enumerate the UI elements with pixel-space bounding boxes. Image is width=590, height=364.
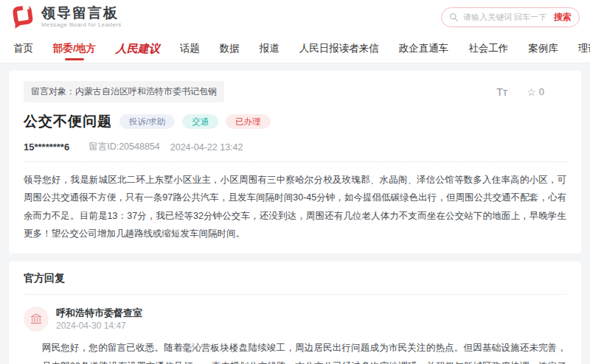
tag-complaint[interactable]: 投诉/求助 bbox=[119, 114, 175, 130]
nav-item-reader-letters[interactable]: 人民日报读者来信 bbox=[299, 35, 379, 63]
message-title: 公交不便问题 bbox=[24, 112, 112, 131]
nav-item-case-library[interactable]: 案例库 bbox=[528, 35, 558, 63]
nav-item-social-work[interactable]: 社会工作 bbox=[468, 35, 508, 63]
nav-item-reports[interactable]: 报道 bbox=[260, 35, 280, 63]
search-button[interactable]: 搜索 bbox=[549, 11, 572, 24]
tag-traffic[interactable]: 交通 bbox=[182, 114, 218, 130]
logo-icon bbox=[10, 4, 35, 29]
nav-item-ministries-local[interactable]: 部委/地方 bbox=[53, 35, 96, 63]
nav-item-gov-biz-express[interactable]: 政企直通车 bbox=[399, 35, 449, 63]
search-box[interactable]: 搜索 bbox=[441, 7, 580, 27]
page-content: 留言对象：内蒙古自治区呼和浩特市委书记包钢 Tт ☆ 0 公交不便问题 投诉/求… bbox=[0, 63, 590, 364]
message-card: 留言对象：内蒙古自治区呼和浩特市委书记包钢 Tт ☆ 0 公交不便问题 投诉/求… bbox=[9, 71, 581, 253]
message-id: 留言ID:20548854 bbox=[88, 141, 160, 153]
divider bbox=[24, 161, 566, 162]
message-date: 2024-04-22 13:42 bbox=[170, 142, 243, 153]
site-title: 领导留言板 bbox=[41, 6, 122, 21]
main-nav: 首页 部委/地方 人民建议 话题 数据 报道 人民日报读者来信 政企直通车 社会… bbox=[0, 34, 590, 63]
site-logo[interactable]: 领导留言板 Message Board for Leaders bbox=[10, 4, 122, 29]
logo-text: 领导留言板 Message Board for Leaders bbox=[41, 6, 122, 28]
divider bbox=[24, 294, 566, 295]
favorite-button[interactable]: ☆ 0 bbox=[527, 86, 544, 98]
message-user: 15********6 bbox=[24, 141, 69, 153]
search-input[interactable] bbox=[463, 13, 549, 21]
header: 领导留言板 Message Board for Leaders 搜索 bbox=[0, 0, 590, 34]
nav-item-peoples-suggestions[interactable]: 人民建议 bbox=[116, 35, 160, 63]
site-subtitle: Message Board for Leaders bbox=[41, 21, 122, 28]
reply-body: 网民您好，您的留言已收悉。随着毫沁营板块楼盘陆续竣工，周边居民出行问题成为市民关… bbox=[42, 339, 566, 364]
nav-item-data[interactable]: 数据 bbox=[220, 35, 240, 63]
font-size-toggle-icon[interactable]: Tт bbox=[496, 86, 507, 98]
official-reply-card: 官方回复 呼和浩特市委督查室 2024-04-30 14:47 bbox=[9, 262, 581, 364]
message-body: 领导您好，我是新城区北二环上东墅小区业主，小区周围有三中察哈尔分校及玫瑰郡、水晶… bbox=[24, 171, 566, 243]
recipient-badge: 留言对象：内蒙古自治区呼和浩特市委书记包钢 bbox=[24, 81, 224, 102]
nav-item-topics[interactable]: 话题 bbox=[180, 35, 200, 63]
star-count: 0 bbox=[539, 86, 544, 97]
search-icon bbox=[449, 13, 459, 22]
star-icon: ☆ bbox=[527, 86, 536, 98]
tag-status-handled: 已办理 bbox=[226, 114, 271, 130]
nav-item-home[interactable]: 首页 bbox=[13, 35, 33, 63]
government-building-icon bbox=[24, 307, 49, 332]
reply-section-title: 官方回复 bbox=[24, 272, 566, 294]
reply-author: 呼和浩特市委督查室 bbox=[56, 307, 142, 320]
reply-date: 2024-04-30 14:47 bbox=[56, 320, 142, 332]
nav-item-theory[interactable]: 理论 bbox=[578, 35, 590, 63]
